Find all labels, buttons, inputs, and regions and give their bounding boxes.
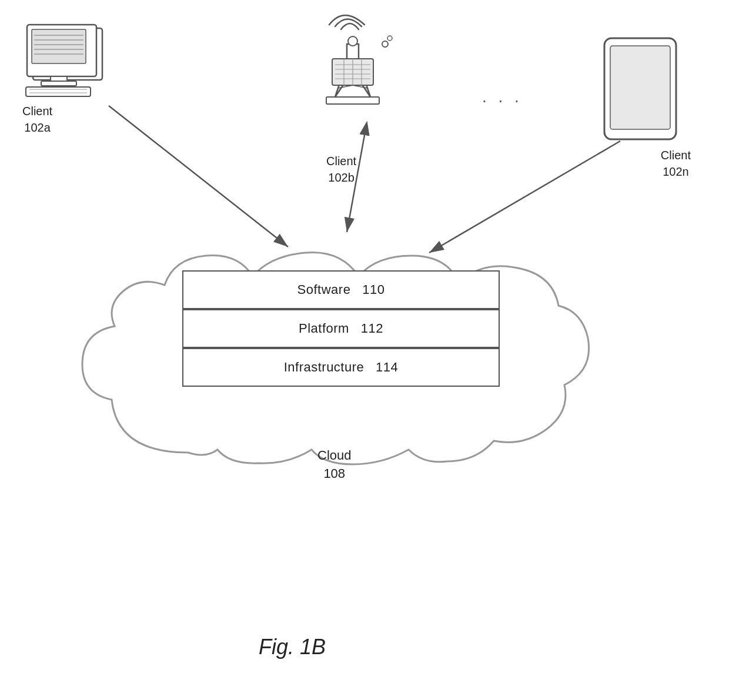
client-a-id: 102a	[22, 119, 52, 136]
svg-rect-2	[32, 29, 86, 63]
platform-layer: Platform 112	[182, 309, 500, 348]
layer-1-text: Platform 112	[299, 321, 383, 336]
client-a-label: Client 102a	[22, 103, 52, 136]
svg-rect-33	[610, 46, 670, 129]
layers-container: Software 110 Platform 112 Infrastructure…	[182, 270, 500, 387]
layer-2-text: Infrastructure 114	[284, 360, 399, 374]
infrastructure-layer: Infrastructure 114	[182, 348, 500, 387]
cloud-label: Cloud 108	[317, 447, 351, 483]
svg-rect-8	[51, 76, 67, 81]
svg-point-31	[387, 36, 392, 41]
figure-label: Fig. 1B	[259, 635, 326, 659]
client-b-label: Client 102b	[326, 153, 356, 186]
client-n-id: 102n	[661, 163, 691, 180]
client-n-text: Client	[661, 147, 691, 163]
client-b-text: Client	[326, 153, 356, 169]
client-n-label: Client 102n	[661, 147, 691, 180]
layer-0-text: Software 110	[297, 282, 385, 297]
client-b-icon	[291, 12, 420, 132]
svg-point-30	[382, 41, 388, 47]
svg-rect-28	[326, 97, 379, 104]
client-b-id: 102b	[326, 169, 356, 186]
ellipsis-dots: · · ·	[482, 91, 523, 110]
client-a-text: Client	[22, 103, 52, 119]
figure-text: Fig. 1B	[259, 635, 326, 659]
svg-rect-9	[41, 81, 76, 86]
cloud-id: 108	[317, 465, 351, 483]
svg-rect-10	[26, 87, 91, 96]
client-a-icon	[22, 24, 116, 102]
client-n-icon	[600, 35, 682, 146]
cloud-text: Cloud	[317, 447, 351, 465]
software-layer: Software 110	[182, 270, 500, 309]
svg-line-37	[109, 106, 288, 247]
svg-point-29	[348, 36, 357, 46]
diagram-container: Software 110 Platform 112 Infrastructure…	[0, 0, 729, 700]
